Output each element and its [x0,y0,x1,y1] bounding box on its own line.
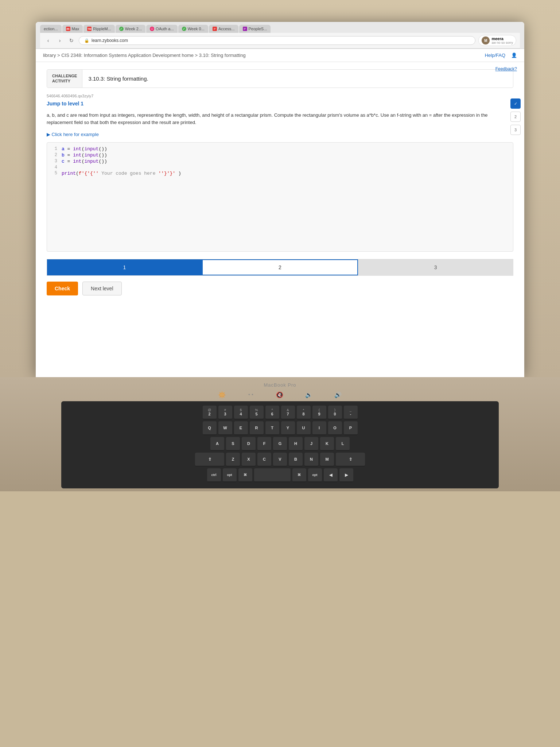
key-t[interactable]: T [265,421,279,435]
tab-label-max: Max [72,27,79,31]
code-text-5[interactable]: print(f'{'{'' Your code goes here ''}'}'… [62,171,181,176]
key-space[interactable] [254,468,291,482]
key-s[interactable]: S [226,437,240,451]
code-text-1: a = int(input()) [62,146,107,152]
level-tab-3[interactable]: 3 [358,259,513,275]
key-v[interactable]: V [273,453,287,467]
key-minus[interactable]: _- [344,406,358,419]
brightness-up-icon[interactable]: ⋆⋆ [248,391,254,398]
line-num-1: 1 [52,146,57,151]
tab-ripple[interactable]: TM RippleM... [83,25,115,33]
side-indicator-3[interactable]: 3 [510,125,521,135]
brightness-down-icon[interactable]: 🔆 [218,391,226,398]
key-cmd-left[interactable]: ⌘ [238,468,252,482]
key-u[interactable]: U [297,421,311,435]
line-num-5: 5 [52,171,57,176]
tab-week0[interactable]: ✓ Week 0... [178,25,208,33]
account-icon[interactable]: 👤 [511,53,517,58]
key-2[interactable]: @2 [203,406,217,419]
key-z[interactable]: Z [226,453,240,467]
challenge-label: CHALLENGEACTIVITY [47,70,82,88]
key-k[interactable]: K [320,437,334,451]
breadcrumb: library > CIS 2348: Information Systems … [43,53,246,58]
volume-down-icon[interactable]: 🔉 [305,391,312,398]
user-badge[interactable]: M meera aw no so sorry [478,35,516,46]
tab-ection[interactable]: ection... [40,25,62,33]
side-indicator-1[interactable]: ✓ [510,98,521,109]
key-h[interactable]: H [289,437,303,451]
key-p[interactable]: P [344,421,358,435]
number-row: @2 #3 $4 %5 ^6 &7 *8 (9 )0 _- [66,406,494,419]
back-button[interactable]: ‹ [44,36,52,45]
tab-label-oauth: OAuth a... [156,27,174,31]
key-option-right[interactable]: opt [308,468,322,482]
key-a[interactable]: A [210,437,224,451]
key-n[interactable]: N [304,453,318,467]
key-8[interactable]: *8 [297,406,311,419]
key-d[interactable]: D [242,437,256,451]
key-right-arrow[interactable]: ▶ [339,468,353,482]
volume-up-icon[interactable]: 🔊 [334,391,342,398]
tab-max[interactable]: m Max [62,25,83,33]
key-4[interactable]: $4 [234,406,248,419]
key-left-arrow[interactable]: ◀ [324,468,338,482]
challenge-title: 3.10.3: String formatting. [82,72,513,85]
next-level-button[interactable]: Next level [82,282,121,295]
help-faq-link[interactable]: Help/FAQ [485,53,505,58]
tab-oauth[interactable]: O OAuth a... [146,25,178,33]
key-cmd-right[interactable]: ⌘ [292,468,306,482]
side-indicator-2[interactable]: 2 [510,112,521,122]
key-5[interactable]: %5 [250,406,264,419]
tab-week2[interactable]: ✓ Week 2... [116,25,145,33]
level-tab-1[interactable]: 1 [47,259,202,275]
key-ctrl[interactable]: ctrl [207,468,221,482]
key-w[interactable]: W [218,421,232,435]
key-6[interactable]: ^6 [265,406,279,419]
url-text: learn.zybooks.com [92,38,128,43]
media-controls-row: 🔆 ⋆⋆ 🔇 🔉 🔊 [218,391,342,398]
feedback-button[interactable]: Feedback? [495,66,517,71]
breadcrumb-text: library > CIS 2348: Information Systems … [43,53,246,58]
user-info: meera aw no so sorry [491,36,513,44]
bottom-row: ctrl opt ⌘ ⌘ opt ◀ ▶ [66,468,494,482]
key-m[interactable]: M [320,453,334,467]
key-c[interactable]: C [257,453,271,467]
key-o[interactable]: O [328,421,342,435]
tab-access[interactable]: P Access... [209,25,238,33]
check-button[interactable]: Check [47,282,78,295]
key-f[interactable]: F [257,437,271,451]
key-b[interactable]: B [289,453,303,467]
tab-label-peoples: PeopleS... [249,27,267,31]
key-g[interactable]: G [273,437,287,451]
user-subtitle: aw no so sorry [491,41,513,44]
key-7[interactable]: &7 [281,406,295,419]
level-tab-2[interactable]: 2 [202,259,358,275]
key-x[interactable]: X [242,453,256,467]
key-r[interactable]: R [250,421,264,435]
code-text-2: b = int(input()) [62,152,107,158]
key-shift-right[interactable]: ⇧ [336,453,365,467]
key-e[interactable]: E [234,421,248,435]
address-bar[interactable]: 🔒 learn.zybooks.com [79,36,475,45]
bottom-actions: Check Next level [47,282,513,295]
key-option[interactable]: opt [223,468,237,482]
key-l[interactable]: L [336,437,350,451]
click-example[interactable]: ▶ Click here for example [47,132,513,137]
key-shift-left[interactable]: ⇧ [195,453,224,467]
code-text-3: c = int(input()) [62,159,107,164]
jump-to-level-link[interactable]: Jump to level 1 [47,101,83,107]
code-editor[interactable]: 1 a = int(input()) 2 b = int(input()) 3 … [47,142,513,252]
key-0[interactable]: )0 [328,406,342,419]
checkmark-icon: ✓ [514,101,517,106]
tab-peoples[interactable]: P PeopleS... [239,25,271,33]
key-9[interactable]: (9 [312,406,326,419]
mute-icon[interactable]: 🔇 [276,391,283,398]
key-j[interactable]: J [304,437,318,451]
level-tabs: 1 2 3 [47,259,513,276]
refresh-button[interactable]: ↻ [67,36,76,45]
key-3[interactable]: #3 [218,406,232,419]
key-i[interactable]: I [312,421,326,435]
forward-button[interactable]: › [55,36,64,45]
key-q[interactable]: Q [203,421,217,435]
key-y[interactable]: Y [281,421,295,435]
